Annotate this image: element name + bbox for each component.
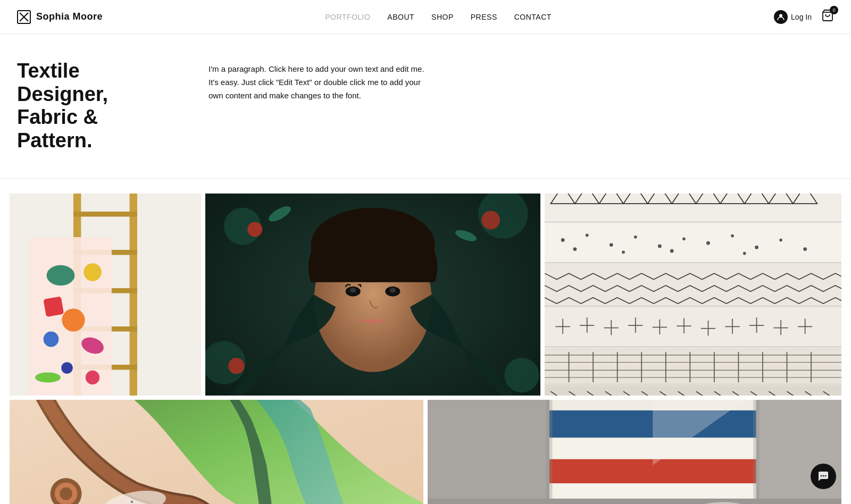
gallery-item-woman-scarf[interactable] — [205, 194, 540, 396]
svg-point-65 — [779, 238, 782, 241]
logo-icon — [17, 10, 31, 24]
svg-point-29 — [247, 222, 262, 237]
svg-point-69 — [743, 251, 746, 255]
svg-point-30 — [481, 211, 500, 229]
svg-point-138 — [825, 475, 827, 477]
svg-point-18 — [62, 308, 85, 331]
svg-rect-54 — [545, 223, 841, 262]
svg-point-64 — [755, 246, 758, 249]
svg-point-58 — [610, 243, 613, 247]
svg-point-63 — [731, 234, 734, 237]
site-header: Sophia Moore PORTFOLIO ABOUT SHOP PRESS … — [0, 0, 851, 34]
svg-rect-127 — [549, 459, 756, 483]
svg-point-136 — [821, 475, 822, 477]
gallery-item-striped-fabric[interactable] — [428, 400, 841, 504]
svg-point-120 — [131, 500, 134, 503]
svg-rect-135 — [428, 499, 841, 504]
svg-rect-73 — [545, 307, 841, 347]
svg-point-56 — [561, 238, 565, 242]
svg-point-31 — [228, 358, 244, 374]
svg-point-68 — [670, 249, 674, 253]
nav-about[interactable]: ABOUT — [387, 13, 414, 21]
svg-point-38 — [389, 288, 396, 292]
chat-icon — [817, 470, 830, 483]
svg-point-28 — [504, 358, 539, 392]
cart-button[interactable]: 0 — [821, 9, 834, 24]
svg-rect-17 — [43, 296, 64, 317]
hero-title: Textile Designer, Fabric & Pattern. — [17, 60, 166, 153]
svg-point-66 — [573, 247, 577, 251]
user-icon — [774, 10, 788, 24]
svg-point-37 — [350, 288, 356, 292]
gallery-item-silk-scarf[interactable] — [10, 400, 423, 504]
nav-shop[interactable]: SHOP — [431, 13, 454, 21]
svg-rect-133 — [546, 400, 552, 504]
gallery-item-textile-ladder[interactable] — [10, 194, 201, 396]
logo-text: Sophia Moore — [36, 11, 103, 22]
svg-point-137 — [823, 475, 824, 477]
svg-point-118 — [60, 488, 72, 500]
main-nav: PORTFOLIO ABOUT SHOP PRESS CONTACT — [325, 13, 552, 21]
svg-point-21 — [61, 362, 73, 374]
svg-point-16 — [84, 263, 102, 281]
cart-badge: 0 — [830, 6, 838, 14]
svg-point-23 — [86, 371, 99, 384]
svg-point-19 — [44, 331, 59, 347]
login-button[interactable]: Log In — [774, 10, 812, 24]
svg-rect-8 — [73, 212, 137, 217]
svg-point-61 — [682, 237, 686, 240]
nav-portfolio[interactable]: PORTFOLIO — [325, 13, 370, 21]
svg-point-57 — [586, 233, 589, 237]
svg-rect-134 — [753, 400, 759, 504]
svg-rect-126 — [549, 410, 756, 438]
gallery-bottom-row — [10, 400, 841, 504]
header-actions: Log In 0 — [774, 9, 834, 24]
gallery-section — [0, 179, 851, 504]
svg-point-67 — [622, 250, 625, 254]
hero-paragraph: I'm a paragraph. Click here to add your … — [208, 60, 432, 102]
svg-rect-132 — [756, 400, 841, 504]
hero-section: Textile Designer, Fabric & Pattern. I'm … — [0, 34, 851, 179]
svg-point-22 — [35, 372, 61, 382]
svg-point-14 — [47, 265, 75, 285]
login-label: Log In — [791, 13, 812, 21]
chat-bubble-button[interactable] — [811, 464, 836, 489]
svg-point-59 — [634, 236, 637, 239]
logo[interactable]: Sophia Moore — [17, 10, 103, 24]
nav-contact[interactable]: CONTACT — [514, 13, 552, 21]
svg-rect-131 — [428, 400, 549, 504]
nav-press[interactable]: PRESS — [471, 13, 497, 21]
gallery-item-fabrics-folded[interactable] — [545, 194, 841, 396]
svg-rect-97 — [545, 348, 841, 384]
svg-point-62 — [706, 241, 710, 245]
svg-point-70 — [803, 247, 807, 251]
gallery-top-row — [10, 194, 841, 396]
svg-rect-114 — [545, 385, 841, 396]
svg-point-60 — [658, 244, 662, 248]
svg-rect-128 — [549, 438, 756, 459]
